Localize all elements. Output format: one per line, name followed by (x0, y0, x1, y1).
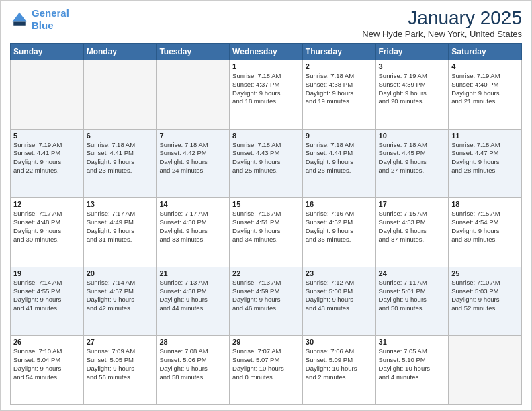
calendar-cell: 8Sunrise: 7:18 AM Sunset: 4:43 PM Daylig… (230, 129, 303, 198)
calendar-cell: 9Sunrise: 7:18 AM Sunset: 4:44 PM Daylig… (302, 129, 375, 198)
day-number: 4 (451, 62, 519, 71)
day-info: Sunrise: 7:12 AM Sunset: 5:00 PM Dayligh… (306, 279, 373, 313)
month-title: January 2025 (362, 7, 522, 29)
page: General Blue January 2025 New Hyde Park,… (0, 0, 532, 411)
calendar-cell (11, 60, 84, 130)
day-info: Sunrise: 7:11 AM Sunset: 5:01 PM Dayligh… (379, 279, 446, 313)
day-info: Sunrise: 7:13 AM Sunset: 4:59 PM Dayligh… (232, 279, 300, 313)
day-info: Sunrise: 7:19 AM Sunset: 4:41 PM Dayligh… (13, 141, 81, 175)
logo-text: General Blue (32, 7, 69, 32)
day-info: Sunrise: 7:08 AM Sunset: 5:06 PM Dayligh… (159, 347, 226, 381)
logo: General Blue (10, 7, 69, 32)
logo-icon (10, 10, 29, 29)
calendar-cell: 13Sunrise: 7:17 AM Sunset: 4:49 PM Dayli… (83, 198, 157, 267)
day-number: 19 (13, 269, 81, 277)
day-number: 31 (379, 338, 446, 346)
day-info: Sunrise: 7:16 AM Sunset: 4:51 PM Dayligh… (232, 210, 300, 244)
calendar-cell: 30Sunrise: 7:06 AM Sunset: 5:09 PM Dayli… (302, 336, 375, 405)
day-info: Sunrise: 7:18 AM Sunset: 4:44 PM Dayligh… (306, 141, 373, 175)
day-number: 3 (379, 62, 446, 71)
calendar-week-row: 5Sunrise: 7:19 AM Sunset: 4:41 PM Daylig… (11, 129, 522, 198)
day-info: Sunrise: 7:19 AM Sunset: 4:39 PM Dayligh… (379, 72, 446, 106)
calendar-cell: 29Sunrise: 7:07 AM Sunset: 5:07 PM Dayli… (230, 336, 303, 405)
day-number: 8 (232, 132, 300, 140)
day-number: 11 (451, 132, 519, 140)
day-number: 27 (87, 338, 154, 346)
day-number: 6 (87, 132, 154, 140)
calendar-cell: 28Sunrise: 7:08 AM Sunset: 5:06 PM Dayli… (157, 336, 230, 405)
day-info: Sunrise: 7:19 AM Sunset: 4:40 PM Dayligh… (451, 72, 519, 106)
calendar-cell: 21Sunrise: 7:13 AM Sunset: 4:58 PM Dayli… (157, 267, 230, 336)
weekday-header: Sunday (11, 44, 84, 60)
calendar-cell: 6Sunrise: 7:18 AM Sunset: 4:41 PM Daylig… (83, 129, 157, 198)
calendar-cell: 1Sunrise: 7:18 AM Sunset: 4:37 PM Daylig… (230, 60, 303, 130)
day-info: Sunrise: 7:17 AM Sunset: 4:50 PM Dayligh… (159, 210, 226, 244)
calendar-cell: 23Sunrise: 7:12 AM Sunset: 5:00 PM Dayli… (302, 267, 375, 336)
calendar-cell: 19Sunrise: 7:14 AM Sunset: 4:55 PM Dayli… (11, 267, 84, 336)
calendar-cell: 20Sunrise: 7:14 AM Sunset: 4:57 PM Dayli… (83, 267, 157, 336)
day-info: Sunrise: 7:17 AM Sunset: 4:48 PM Dayligh… (13, 210, 81, 244)
day-number: 23 (306, 269, 373, 277)
weekday-header: Saturday (449, 44, 522, 60)
calendar-cell: 2Sunrise: 7:18 AM Sunset: 4:38 PM Daylig… (302, 60, 375, 130)
weekday-header: Wednesday (230, 44, 303, 60)
logo-line2: Blue (32, 19, 54, 31)
day-number: 26 (13, 338, 81, 346)
day-info: Sunrise: 7:18 AM Sunset: 4:45 PM Dayligh… (379, 141, 446, 175)
day-number: 15 (232, 200, 300, 208)
day-number: 5 (13, 132, 81, 140)
day-number: 25 (451, 269, 519, 277)
day-number: 28 (159, 338, 226, 346)
calendar-cell: 7Sunrise: 7:18 AM Sunset: 4:42 PM Daylig… (157, 129, 230, 198)
weekday-header: Friday (375, 44, 449, 60)
day-info: Sunrise: 7:05 AM Sunset: 5:10 PM Dayligh… (379, 347, 446, 381)
day-info: Sunrise: 7:09 AM Sunset: 5:05 PM Dayligh… (87, 347, 154, 381)
calendar-cell: 10Sunrise: 7:18 AM Sunset: 4:45 PM Dayli… (375, 129, 449, 198)
weekday-header-row: SundayMondayTuesdayWednesdayThursdayFrid… (11, 44, 522, 60)
day-number: 16 (306, 200, 373, 208)
day-number: 7 (159, 132, 226, 140)
day-info: Sunrise: 7:18 AM Sunset: 4:42 PM Dayligh… (159, 141, 226, 175)
weekday-header: Monday (83, 44, 157, 60)
calendar-cell: 26Sunrise: 7:10 AM Sunset: 5:04 PM Dayli… (11, 336, 84, 405)
day-info: Sunrise: 7:14 AM Sunset: 4:57 PM Dayligh… (87, 279, 154, 313)
svg-marker-0 (13, 13, 27, 22)
calendar-cell (83, 60, 157, 130)
day-number: 10 (379, 132, 446, 140)
day-number: 30 (306, 338, 373, 346)
day-info: Sunrise: 7:10 AM Sunset: 5:03 PM Dayligh… (451, 279, 519, 313)
calendar: SundayMondayTuesdayWednesdayThursdayFrid… (10, 43, 522, 405)
day-info: Sunrise: 7:10 AM Sunset: 5:04 PM Dayligh… (13, 347, 81, 381)
day-number: 2 (306, 62, 373, 71)
day-info: Sunrise: 7:18 AM Sunset: 4:41 PM Dayligh… (87, 141, 154, 175)
title-area: January 2025 New Hyde Park, New York, Un… (362, 7, 522, 39)
svg-rect-1 (13, 22, 26, 26)
calendar-week-row: 26Sunrise: 7:10 AM Sunset: 5:04 PM Dayli… (11, 336, 522, 405)
calendar-cell: 16Sunrise: 7:16 AM Sunset: 4:52 PM Dayli… (302, 198, 375, 267)
logo-line1: General (32, 7, 69, 19)
calendar-cell: 18Sunrise: 7:15 AM Sunset: 4:54 PM Dayli… (449, 198, 522, 267)
day-number: 18 (451, 200, 519, 208)
calendar-cell: 11Sunrise: 7:18 AM Sunset: 4:47 PM Dayli… (449, 129, 522, 198)
day-number: 12 (13, 200, 81, 208)
calendar-week-row: 1Sunrise: 7:18 AM Sunset: 4:37 PM Daylig… (11, 60, 522, 130)
calendar-cell: 25Sunrise: 7:10 AM Sunset: 5:03 PM Dayli… (449, 267, 522, 336)
day-number: 29 (232, 338, 300, 346)
day-info: Sunrise: 7:18 AM Sunset: 4:43 PM Dayligh… (232, 141, 300, 175)
calendar-cell: 14Sunrise: 7:17 AM Sunset: 4:50 PM Dayli… (157, 198, 230, 267)
calendar-cell: 12Sunrise: 7:17 AM Sunset: 4:48 PM Dayli… (11, 198, 84, 267)
calendar-cell: 31Sunrise: 7:05 AM Sunset: 5:10 PM Dayli… (375, 336, 449, 405)
calendar-cell (449, 336, 522, 405)
day-number: 14 (159, 200, 226, 208)
day-number: 21 (159, 269, 226, 277)
day-info: Sunrise: 7:13 AM Sunset: 4:58 PM Dayligh… (159, 279, 226, 313)
calendar-week-row: 19Sunrise: 7:14 AM Sunset: 4:55 PM Dayli… (11, 267, 522, 336)
calendar-cell: 17Sunrise: 7:15 AM Sunset: 4:53 PM Dayli… (375, 198, 449, 267)
day-number: 17 (379, 200, 446, 208)
day-number: 1 (232, 62, 300, 71)
calendar-cell: 22Sunrise: 7:13 AM Sunset: 4:59 PM Dayli… (230, 267, 303, 336)
day-info: Sunrise: 7:06 AM Sunset: 5:09 PM Dayligh… (306, 347, 373, 381)
day-info: Sunrise: 7:18 AM Sunset: 4:47 PM Dayligh… (451, 141, 519, 175)
weekday-header: Tuesday (157, 44, 230, 60)
calendar-cell: 24Sunrise: 7:11 AM Sunset: 5:01 PM Dayli… (375, 267, 449, 336)
